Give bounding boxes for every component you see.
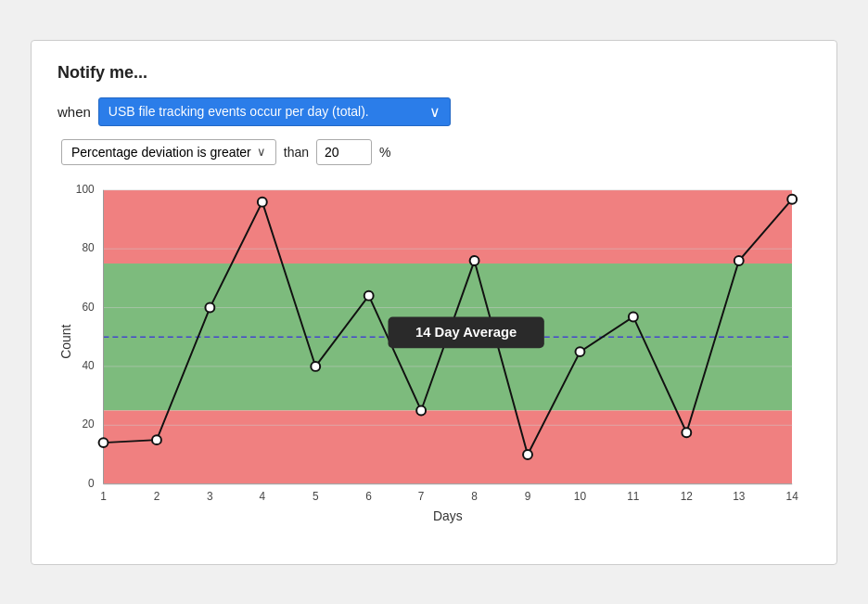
chevron-down-icon: ∨ <box>429 103 440 121</box>
notify-card: Notify me... when USB file tracking even… <box>31 40 837 565</box>
y-tick-0: 0 <box>88 476 95 489</box>
x-tick-7: 7 <box>418 490 425 503</box>
percent-label: % <box>379 145 390 160</box>
x-tick-13: 13 <box>733 490 746 503</box>
data-point <box>470 256 479 265</box>
data-point <box>152 435 161 444</box>
x-tick-14: 14 <box>786 490 799 503</box>
y-tick-60: 60 <box>82 300 95 313</box>
y-tick-100: 100 <box>76 182 95 195</box>
data-point <box>575 347 584 356</box>
event-type-dropdown[interactable]: USB file tracking events occur per day (… <box>98 97 451 126</box>
chevron-down-icon: ∨ <box>257 145 266 159</box>
data-point <box>311 361 320 370</box>
data-point <box>258 197 267 206</box>
data-point <box>734 256 744 265</box>
data-point <box>364 290 374 300</box>
condition-type-label: Percentage deviation is greater <box>71 145 251 160</box>
data-point <box>205 302 214 312</box>
data-point <box>99 438 108 447</box>
x-tick-8: 8 <box>471 490 478 503</box>
chart-container: 0 20 40 60 80 100 Count 1 2 3 4 5 6 7 8 … <box>57 174 811 546</box>
y-axis-label: Count <box>58 324 73 358</box>
page-title: Notify me... <box>57 63 811 83</box>
condition-type-dropdown[interactable]: Percentage deviation is greater ∨ <box>61 139 276 165</box>
event-type-label: USB file tracking events occur per day (… <box>108 104 369 119</box>
condition-row: Percentage deviation is greater ∨ than % <box>61 139 811 165</box>
x-tick-9: 9 <box>525 490 531 503</box>
x-tick-3: 3 <box>207 490 213 503</box>
x-tick-5: 5 <box>313 490 319 503</box>
x-tick-11: 11 <box>627 490 640 503</box>
x-tick-2: 2 <box>154 490 160 503</box>
y-tick-40: 40 <box>82 358 95 371</box>
x-tick-12: 12 <box>681 490 693 503</box>
y-tick-20: 20 <box>82 418 95 431</box>
x-tick-6: 6 <box>365 490 372 503</box>
x-tick-1: 1 <box>100 490 107 503</box>
data-point <box>682 428 691 437</box>
y-tick-80: 80 <box>82 241 95 254</box>
red-zone-top <box>104 189 793 263</box>
data-point <box>416 405 426 415</box>
when-label: when <box>57 104 91 120</box>
when-row: when USB file tracking events occur per … <box>57 97 811 126</box>
red-zone-bottom <box>104 410 793 483</box>
x-tick-4: 4 <box>260 490 266 503</box>
x-tick-10: 10 <box>574 490 587 503</box>
average-tooltip: 14 Day Average <box>415 325 517 340</box>
x-axis-label: Days <box>433 508 463 523</box>
data-point <box>787 194 797 203</box>
data-point <box>523 450 532 459</box>
data-point <box>629 312 638 321</box>
than-label: than <box>284 145 309 160</box>
threshold-input[interactable] <box>316 139 372 165</box>
chart-svg: 0 20 40 60 80 100 Count 1 2 3 4 5 6 7 8 … <box>57 174 811 546</box>
